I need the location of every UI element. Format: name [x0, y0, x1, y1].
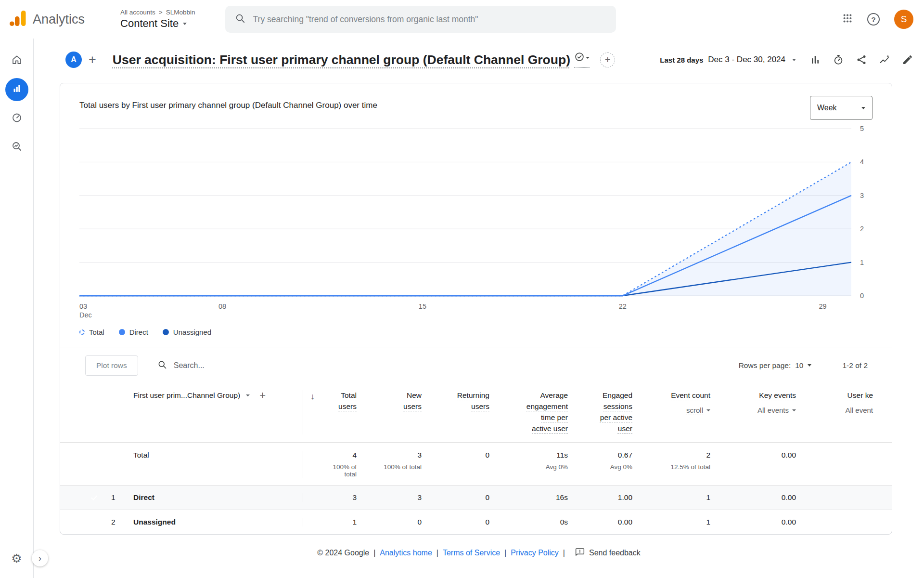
chevron-down-icon — [808, 364, 811, 367]
footer-separator: | — [436, 549, 438, 557]
sidebar-item-reports[interactable] — [5, 78, 28, 101]
column-key-events[interactable]: Key events All events — [711, 390, 797, 416]
sidebar-item-advertising[interactable] — [5, 136, 28, 159]
column-user-key-events[interactable]: User ke All event — [797, 390, 874, 416]
check-circle-icon — [574, 52, 585, 64]
user-key-events-filter-select[interactable]: All event — [797, 405, 873, 416]
analytics-home-link[interactable]: Analytics home — [380, 549, 432, 557]
chevron-down-icon — [586, 57, 590, 59]
add-report-element-button[interactable]: + — [600, 53, 615, 67]
report-actions — [809, 54, 916, 66]
add-secondary-dimension-button[interactable]: + — [259, 390, 266, 401]
breadcrumb-account[interactable]: SLMobbin — [166, 9, 195, 16]
rows-per-page: Rows per page: 10 — [739, 361, 812, 370]
legend-item-direct[interactable]: Direct — [119, 328, 148, 336]
table-row[interactable]: 1 Direct 3 3 0 16s 1.00 1 0.00 — [60, 485, 892, 510]
terms-of-service-link[interactable]: Terms of Service — [443, 549, 500, 557]
timeseries-chart: 01234503Dec08152229 — [79, 125, 873, 322]
reports-bar-chart-icon — [11, 83, 23, 96]
column-event-count[interactable]: Event count scroll — [633, 390, 711, 416]
global-search-input[interactable] — [253, 14, 606, 25]
apps-grid-icon[interactable] — [842, 13, 853, 26]
total-cell: 4100% of total — [322, 451, 358, 478]
avatar[interactable]: S — [894, 10, 913, 29]
footer-separator: | — [563, 549, 565, 557]
key-events-filter-select[interactable]: All events — [711, 405, 796, 416]
svg-text:08: 08 — [218, 302, 226, 310]
chart-section: Total users by First user primary channe… — [60, 83, 892, 336]
send-feedback-label: Send feedback — [589, 549, 641, 557]
page-title[interactable]: User acquisition: First user primary cha… — [113, 53, 570, 67]
column-returning-users[interactable]: Returning users — [423, 390, 490, 412]
left-nav: ⚙ — [0, 39, 34, 578]
direct-series-swatch-icon — [119, 329, 125, 335]
send-feedback-button[interactable]: Send feedback — [575, 547, 641, 559]
stopwatch-icon[interactable] — [833, 54, 844, 66]
column-avg-engagement-time[interactable]: Average engagement time per active user — [490, 390, 569, 434]
column-new-users[interactable]: New users — [358, 390, 423, 412]
row-number: 1 — [106, 493, 123, 502]
dimension-header[interactable]: First user prim...Channel Group) + — [123, 390, 303, 401]
add-comparison-button[interactable]: + — [89, 53, 96, 66]
plot-rows-button[interactable]: Plot rows — [85, 355, 138, 376]
chevron-down-icon — [183, 23, 187, 25]
expand-nav-button[interactable]: › — [32, 550, 48, 566]
property-name: Content Site — [120, 17, 179, 30]
total-cell: 3100% of total — [358, 451, 423, 471]
main-content: A + User acquisition: First user primary… — [34, 39, 924, 578]
table-search[interactable] — [157, 360, 316, 371]
table-header-row: First user prim...Channel Group) + ↓ Tot… — [60, 383, 892, 443]
breadcrumb-all-accounts[interactable]: All accounts — [120, 9, 155, 16]
table-row[interactable]: 2 Unassigned 1 0 0 0s 0.00 1 0.00 — [60, 510, 892, 534]
table-search-input[interactable] — [174, 361, 316, 370]
svg-text:3: 3 — [860, 192, 864, 199]
breadcrumb: All accounts > SLMobbin — [120, 9, 195, 16]
sort-descending-icon[interactable]: ↓ — [310, 392, 315, 434]
sidebar-item-home[interactable] — [5, 49, 28, 72]
total-cell: 0.67Avg 0% — [569, 451, 633, 471]
admin-gear-icon[interactable]: ⚙ — [11, 552, 22, 565]
edit-icon[interactable] — [902, 54, 913, 66]
column-engaged-sessions[interactable]: Engaged sessions per active user — [569, 390, 633, 434]
pagination-status: 1-2 of 2 — [842, 361, 868, 370]
comparison-chip[interactable]: A — [65, 52, 82, 68]
report-header: A + User acquisition: First user primary… — [34, 39, 924, 81]
rows-per-page-label: Rows per page: — [739, 361, 791, 370]
granularity-select[interactable]: Week — [810, 96, 873, 120]
report-validity-button[interactable] — [574, 52, 590, 68]
chart-title: Total users by First user primary channe… — [79, 96, 377, 110]
metric-cell: 1 — [633, 518, 711, 526]
help-icon[interactable]: ? — [867, 13, 880, 26]
advertising-magnifier-icon — [11, 141, 23, 154]
product-name: Analytics — [33, 12, 85, 27]
chevron-down-icon — [792, 59, 796, 61]
insights-icon[interactable] — [879, 54, 890, 66]
analytics-logo[interactable]: Analytics — [9, 10, 85, 29]
date-range-picker[interactable]: Last 28 days Dec 3 - Dec 30, 2024 — [660, 55, 796, 65]
column-total-users[interactable]: Total users — [322, 390, 358, 412]
total-row-label: Total — [123, 451, 303, 460]
rows-per-page-select[interactable]: 10 — [795, 361, 811, 370]
account-switcher[interactable]: All accounts > SLMobbin Content Site — [120, 9, 195, 30]
metric-cell: 3 — [358, 493, 423, 502]
property-selector[interactable]: Content Site — [120, 17, 195, 30]
row-number: 2 — [106, 518, 123, 526]
share-icon[interactable] — [856, 54, 867, 66]
legend-item-total[interactable]: Total — [79, 328, 104, 336]
total-cell: 0.00 — [711, 451, 797, 463]
legend-item-unassigned[interactable]: Unassigned — [163, 328, 211, 336]
sidebar-item-explore[interactable] — [5, 107, 28, 130]
report-card: Total users by First user primary channe… — [60, 83, 892, 535]
dimension-value: Direct — [123, 493, 303, 502]
unassigned-series-swatch-icon — [163, 329, 169, 335]
search-icon — [157, 360, 167, 371]
chevron-down-icon — [706, 409, 710, 411]
privacy-policy-link[interactable]: Privacy Policy — [511, 549, 559, 557]
global-search-bar[interactable] — [225, 6, 616, 33]
explore-gauge-icon — [11, 112, 23, 125]
page-footer: © 2024 Google | Analytics home | Terms o… — [34, 535, 924, 571]
topbar-actions: ? S — [842, 10, 924, 29]
svg-text:15: 15 — [419, 302, 426, 310]
chart-compare-icon[interactable] — [809, 54, 821, 66]
event-count-filter-select[interactable]: scroll — [633, 405, 710, 416]
